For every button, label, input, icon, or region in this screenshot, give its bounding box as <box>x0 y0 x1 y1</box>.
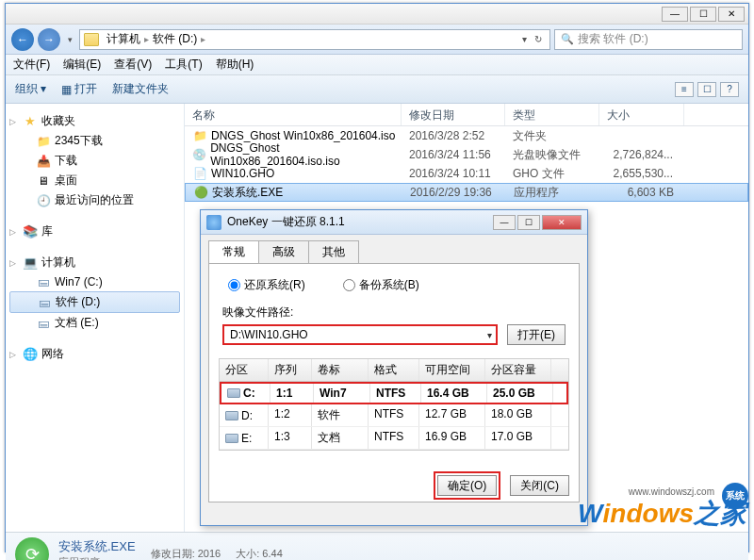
sidebar-network[interactable]: ▷🌐网络 <box>9 344 180 364</box>
nav-history-drop[interactable]: ▾ <box>64 30 75 49</box>
computer-icon: 💻 <box>23 255 38 271</box>
forward-button[interactable]: → <box>38 28 60 51</box>
menu-help[interactable]: 帮助(H) <box>216 57 254 73</box>
radio-backup-input[interactable] <box>343 279 355 291</box>
open-file-button[interactable]: 打开(E) <box>507 324 566 345</box>
title-bar: — ☐ ✕ <box>6 4 748 25</box>
file-name: DNGS_Ghost Win10x86_201604.iso <box>211 129 395 142</box>
partition-row[interactable]: D:1:2软件NTFS12.7 GB18.0 GB <box>220 404 568 427</box>
minimize-button[interactable]: — <box>662 7 688 22</box>
folder-icon <box>84 33 99 46</box>
view-preview-icon[interactable]: ☐ <box>697 82 716 97</box>
ok-button[interactable]: 确定(O) <box>437 475 497 496</box>
dialog-close[interactable]: ✕ <box>542 215 582 230</box>
detail-size: 大小: 6.44 <box>236 547 283 560</box>
tab-advanced[interactable]: 高级 <box>258 240 309 263</box>
search-input[interactable]: 搜索 软件 (D:) <box>554 29 743 50</box>
file-date: 2016/3/24 10:11 <box>402 167 505 180</box>
menu-edit[interactable]: 编辑(E) <box>63 57 101 73</box>
tab-general[interactable]: 常规 <box>208 240 259 263</box>
network-icon: 🌐 <box>23 347 38 362</box>
sidebar-item-recent[interactable]: 🕘最近访问的位置 <box>9 190 180 210</box>
radio-restore[interactable]: 还原系统(R) <box>228 277 305 293</box>
back-button[interactable]: ← <box>11 28 34 51</box>
refresh-icon[interactable]: ↻ <box>531 34 546 44</box>
sidebar-computer[interactable]: ▷💻计算机 <box>9 253 180 272</box>
file-size: 6,603 KB <box>600 186 685 199</box>
sidebar-item-desktop[interactable]: 🖥桌面 <box>9 171 180 190</box>
download-icon: 📥 <box>36 154 51 169</box>
pcol-drive[interactable]: 分区 <box>220 359 269 381</box>
file-row[interactable]: 💿DNGS_Ghost Win10x86_201604.iso.iso2016/… <box>185 145 748 164</box>
file-row[interactable]: 🟢安装系统.EXE2016/2/29 19:36应用程序6,603 KB <box>185 183 748 202</box>
menu-file[interactable]: 文件(F) <box>13 57 50 73</box>
drive-icon: 🖴 <box>36 316 51 331</box>
address-bar[interactable]: 计算机 ▸ 软件 (D:) ▸ ▾ ↻ <box>79 29 550 50</box>
tab-other[interactable]: 其他 <box>308 240 359 263</box>
close-dialog-button[interactable]: 关闭(C) <box>510 475 569 496</box>
crumb-drive[interactable]: 软件 (D:) <box>149 31 201 47</box>
pcol-cap[interactable]: 分区容量 <box>485 359 551 381</box>
sidebar-drive-e[interactable]: 🖴文档 (E:) <box>9 313 180 333</box>
sidebar-favorites[interactable]: ▷★收藏夹 <box>9 111 180 131</box>
partition-row[interactable]: C:1:1Win7NTFS16.4 GB25.0 GB <box>220 382 568 404</box>
view-list-icon[interactable]: ≡ <box>675 82 694 97</box>
path-label: 映像文件路径: <box>222 305 569 321</box>
pcol-fs[interactable]: 格式 <box>369 359 419 381</box>
col-type[interactable]: 类型 <box>505 104 599 125</box>
sidebar-drive-d[interactable]: 🖴软件 (D:) <box>9 291 180 313</box>
pcol-seq[interactable]: 序列 <box>269 359 312 381</box>
dialog-maximize[interactable]: ☐ <box>517 215 540 230</box>
file-row[interactable]: 📄WIN10.GHO2016/3/24 10:11GHO 文件2,655,530… <box>185 164 748 183</box>
sidebar-libraries[interactable]: ▷📚库 <box>9 222 180 241</box>
desktop-icon: 🖥 <box>36 173 51 189</box>
file-date: 2016/3/24 11:56 <box>402 148 505 161</box>
partition-row[interactable]: E:1:3文档NTFS16.9 GB17.0 GB <box>220 427 568 450</box>
radio-backup[interactable]: 备份系统(B) <box>343 277 419 293</box>
sidebar-item-2345[interactable]: 📁2345下载 <box>9 131 180 151</box>
file-type: 应用程序 <box>506 185 600 201</box>
menu-view[interactable]: 查看(V) <box>114 57 152 73</box>
file-size: 2,726,824... <box>599 148 684 161</box>
pcol-label[interactable]: 卷标 <box>312 359 369 381</box>
drive-icon <box>227 388 240 398</box>
pcol-free[interactable]: 可用空间 <box>419 359 485 381</box>
watermark-url: www.windowszj.com <box>629 486 714 497</box>
dialog-titlebar: OneKey 一键还原 8.1.1 — ☐ ✕ <box>201 210 587 235</box>
crumb-computer[interactable]: 计算机 <box>103 31 144 47</box>
partition-table: 分区 序列 卷标 格式 可用空间 分区容量 C:1:1Win7NTFS16.4 … <box>219 358 569 451</box>
help-icon[interactable]: ? <box>720 82 739 97</box>
file-icon: 💿 <box>192 147 206 162</box>
file-size: 2,655,530... <box>599 167 684 180</box>
menu-tools[interactable]: 工具(T) <box>165 57 202 73</box>
maximize-button[interactable]: ☐ <box>690 7 716 22</box>
sidebar-drive-c[interactable]: 🖴Win7 (C:) <box>9 272 180 291</box>
detail-pane: ⟳ 安装系统.EXE 应用程序 修改日期: 2016 大小: 6.44 <box>6 532 748 560</box>
star-icon: ★ <box>23 114 38 129</box>
file-name: 安装系统.EXE <box>212 185 283 201</box>
radio-restore-input[interactable] <box>228 279 240 291</box>
dialog-icon <box>206 215 221 230</box>
detail-date: 修改日期: 2016 <box>151 547 221 560</box>
open-button[interactable]: ▦打开 <box>61 81 97 97</box>
col-size[interactable]: 大小 <box>599 104 684 125</box>
new-folder-button[interactable]: 新建文件夹 <box>112 81 169 97</box>
file-name: DNGS_Ghost Win10x86_201604.iso.iso <box>210 141 402 168</box>
file-icon: 📄 <box>192 166 207 181</box>
watermark: www.windowszj.com 系统 Windows之家 <box>578 496 746 532</box>
col-name[interactable]: 名称 <box>185 104 402 125</box>
dialog-title: OneKey 一键还原 8.1.1 <box>227 214 491 230</box>
address-drop-icon[interactable]: ▾ <box>518 34 531 44</box>
drive-icon <box>225 411 238 420</box>
col-date[interactable]: 修改日期 <box>402 104 505 125</box>
crumb-sep-icon: ▸ <box>201 34 205 44</box>
dialog-minimize[interactable]: — <box>493 215 516 230</box>
nav-bar: ← → ▾ 计算机 ▸ 软件 (D:) ▸ ▾ ↻ 搜索 软件 (D:) <box>6 25 748 55</box>
file-date: 2016/2/29 19:36 <box>402 186 506 199</box>
path-combo[interactable]: D:\WIN10.GHO ▾ <box>222 324 498 345</box>
close-button[interactable]: ✕ <box>718 7 745 22</box>
organize-button[interactable]: 组织 ▾ <box>15 81 46 97</box>
sidebar-item-downloads[interactable]: 📥下载 <box>9 151 180 171</box>
combo-drop-icon[interactable]: ▾ <box>487 330 492 340</box>
drive-icon: 🖴 <box>37 295 52 310</box>
